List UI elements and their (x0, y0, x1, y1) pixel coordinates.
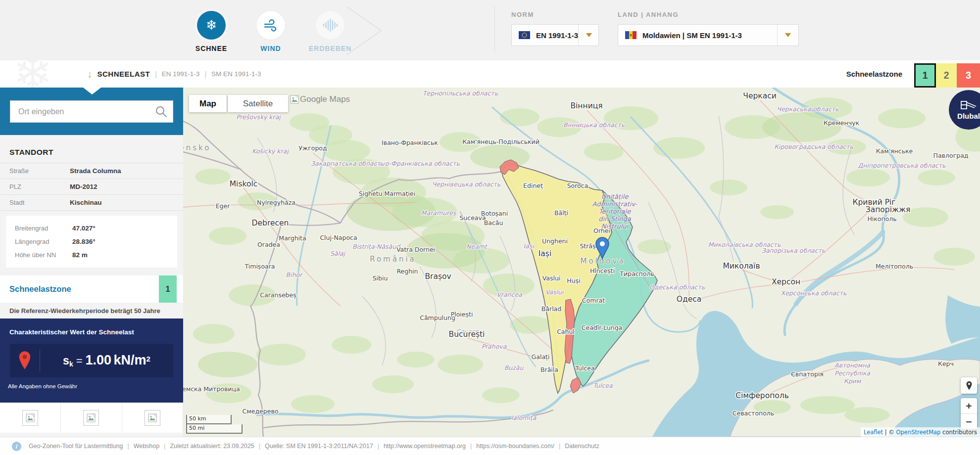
map-label: Brăila (540, 366, 558, 373)
map-label: Вінницька область (563, 121, 625, 129)
map-label: România (370, 255, 416, 264)
map-label: Sibiu (373, 274, 388, 282)
map-label: Sălaj (330, 250, 346, 257)
mode-label-wind: WIND (241, 45, 300, 52)
map-label: Кам'янське (876, 147, 913, 155)
zone-badge-1[interactable]: 1 (914, 63, 936, 88)
map-type-button-satellite[interactable]: Satellite (228, 95, 288, 112)
mode-button-wind[interactable]: WIND (241, 11, 300, 52)
map-label: vensko (183, 143, 211, 152)
pin-icon (966, 381, 973, 391)
map-label: Vatra Dornei (396, 246, 435, 253)
locate-button[interactable] (961, 377, 977, 394)
map-label: Черкаська область (777, 105, 839, 113)
geo-zones-app: ❄ SCHNEE WIND (0, 0, 980, 455)
search-input[interactable] (10, 101, 159, 122)
formula-subscript: k (69, 361, 73, 368)
moldova-flag-icon (625, 31, 637, 39)
map-label: Unitățile (601, 193, 629, 201)
leaflet-link[interactable]: Leaflet (864, 429, 883, 436)
map-label: Крим (844, 377, 862, 385)
map-label: Тирасполь (619, 270, 654, 277)
search-box (10, 100, 173, 123)
row-value: Kischinau (70, 199, 102, 206)
chevron-down-icon (586, 33, 592, 37)
map-label: Cluj-Napoca (320, 234, 357, 241)
share-button-1[interactable] (0, 403, 61, 433)
map-label: Prahova (482, 343, 507, 350)
zoom-control: + − (961, 398, 977, 429)
map-label: Neamț (466, 243, 488, 250)
map-label: Херсон (772, 277, 800, 286)
map-label: Черкаси (743, 91, 776, 100)
map-label: Brașov (425, 272, 451, 281)
footer-item[interactable]: Webshop (134, 443, 160, 450)
map-label: Тернопільська область (423, 90, 498, 97)
map-label: Botoșani (481, 210, 508, 217)
map-label: Administrativ- (592, 200, 638, 208)
map-label: Cahul (557, 328, 575, 335)
map-label: Vaslui (542, 274, 561, 282)
share-button-3[interactable] (122, 403, 183, 433)
zone-badge-2[interactable]: 2 (936, 63, 957, 88)
separator: | (155, 70, 157, 78)
norm-dropdown-group: NORM EN 1991-1-3 (511, 11, 599, 46)
formula-value: 1.00 (86, 353, 112, 367)
leaflet-attribution: Leaflet | © OpenStreetMap contributors (861, 427, 980, 437)
google-maps-attribution: Google Maps (290, 94, 350, 104)
breadcrumb: ↓ SCHNEELAST | EN 1991-1-3 | SM EN 1991-… (87, 60, 261, 88)
footer-separator: | (559, 443, 560, 450)
footer-item: Quelle: SM EN 1991-1-3:2011/NA:2017 (265, 443, 373, 450)
map-label: Bacău (484, 219, 503, 227)
norm-label: NORM (511, 11, 599, 18)
map-label: Херсонська область (781, 289, 847, 297)
breadcrumb-annex: SM EN 1991-1-3 (211, 70, 261, 78)
zone-badge-group: 123 (914, 60, 980, 88)
result-panel: Charakteristischer Wert der Schneelast s… (0, 318, 183, 403)
openstreetmap-link[interactable]: OpenStreetMap (896, 429, 940, 436)
land-dropdown[interactable]: Moldawien | SM EN 1991-1-3 (618, 24, 799, 46)
map-label: Huși (567, 277, 580, 284)
zoom-out-button[interactable]: − (961, 414, 977, 429)
map-label: Миколаївська область (708, 241, 781, 248)
map-type-button-map[interactable]: Map (189, 95, 227, 112)
map-label: Кременчук (824, 119, 860, 127)
land-caret-zone (777, 25, 798, 46)
map-label: Одеса (677, 295, 701, 304)
map-label: Miskolc (230, 180, 258, 188)
map-label: Миколаїв (723, 262, 760, 271)
map-label: Soroca (567, 182, 588, 189)
map-label: Ceadîr-Lunga (582, 324, 623, 331)
zone-legend-label: Schneelastzone (846, 70, 902, 78)
footer-item[interactable]: https://osm-boundaries.com/ (476, 443, 554, 450)
norm-dropdown[interactable]: EN 1991-1-3 (511, 24, 599, 46)
zoom-in-button[interactable]: + (961, 398, 977, 414)
standort-rows: Straße Strada Columna PLZ MD-2012 Stadt … (0, 163, 183, 211)
map-label: Oradea (257, 241, 280, 248)
map-label: Câmpulung (420, 314, 455, 321)
broken-image-icon (145, 410, 160, 426)
snow-load-formula: sk=1.00 kN/m2 (40, 353, 173, 368)
share-button-2[interactable] (61, 403, 122, 433)
search-icon[interactable] (155, 105, 168, 118)
map-label: Республіка (834, 369, 870, 377)
map-label: Iași (539, 249, 551, 258)
row-value: 28.836° (72, 238, 96, 245)
map-label: Ialomița (511, 414, 537, 421)
attr-separator: | © (883, 429, 896, 436)
map-label: Одеська область (649, 283, 705, 291)
map-canvas[interactable]: Тернопільська областьВінницяВінницька об… (183, 88, 980, 437)
attr-suffix: contributors (940, 429, 977, 436)
mode-button-schnee[interactable]: ❄ SCHNEE (182, 11, 241, 52)
zone-badge-3[interactable]: 3 (957, 63, 980, 88)
footer-item[interactable]: http://www.openstreetmap.org (384, 443, 466, 450)
chevron-down-icon (785, 33, 791, 37)
dotted-divider (494, 7, 495, 53)
info-icon[interactable]: i (12, 442, 21, 451)
footer-item[interactable]: Datenschutz (565, 443, 599, 450)
map-label: Bălți (554, 209, 568, 217)
map-label: Нікополь (867, 215, 896, 223)
snowflake-watermark-icon: ❄ (13, 60, 52, 88)
wind-icon (263, 17, 279, 33)
seismograph-icon (322, 18, 339, 33)
